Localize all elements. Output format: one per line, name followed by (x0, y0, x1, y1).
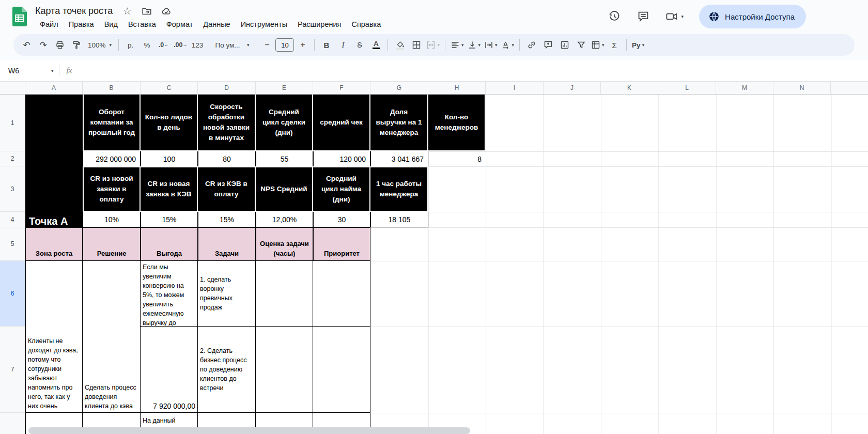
increase-font-size-button[interactable]: + (295, 37, 311, 53)
col-header-F[interactable]: F (313, 82, 370, 94)
cell-E2[interactable]: 55 (256, 151, 313, 166)
cell-H1[interactable]: Кол-во менеджеров (428, 95, 486, 151)
name-box[interactable]: W6 (0, 67, 50, 75)
cell-E3[interactable]: NPS Средний (256, 166, 313, 212)
col-header-J[interactable]: J (544, 82, 601, 94)
cell-B3[interactable]: CR из новой заявки в оплату (83, 166, 141, 212)
cell-A6-A7[interactable]: Клиенты не доходят до кэва, потому что с… (25, 261, 83, 413)
cell-C3[interactable]: CR из новая заявка в КЭВ (141, 166, 198, 212)
comments-icon[interactable] (637, 10, 650, 23)
number-format-button[interactable]: 123 (189, 37, 205, 53)
cell-D5[interactable]: Задачи (198, 227, 256, 261)
borders-button[interactable] (408, 37, 424, 53)
formula-input[interactable] (72, 60, 868, 81)
cell-A1-A4-tochka-a[interactable]: Точка А (25, 95, 83, 227)
row-header-1[interactable]: 1 (0, 95, 25, 151)
row-header-4[interactable]: 4 (0, 212, 25, 227)
print-button[interactable] (52, 37, 68, 53)
cell-D2[interactable]: 80 (198, 151, 256, 166)
cell-B6-B7[interactable]: Сделать процесс доведения клиента до кэв… (83, 261, 141, 413)
col-header-D[interactable]: D (198, 82, 256, 94)
fill-color-button[interactable] (392, 37, 408, 53)
cell-F1[interactable]: средний чек (313, 95, 370, 151)
zoom-control[interactable]: 100% ▾ (85, 41, 115, 49)
cell-D6[interactable]: 1. сделать воронку превичных продаж (198, 261, 256, 327)
input-tools-button[interactable]: Ру ▾ (630, 37, 646, 53)
cell-B1[interactable]: Оборот компании за прошлый год (83, 95, 141, 151)
menu-insert[interactable]: Вставка (123, 19, 161, 29)
decrease-decimals-button[interactable]: .0← (156, 37, 172, 53)
cell-B4[interactable]: 10% (83, 212, 141, 227)
merge-cells-button[interactable]: ▾ (425, 37, 441, 53)
cell-F5[interactable]: Приоритет (313, 227, 370, 261)
text-wrap-button[interactable]: ▾ (483, 37, 499, 53)
document-title[interactable]: Карта точек роста (35, 6, 113, 17)
cell-B5[interactable]: Решение (83, 227, 141, 261)
menu-extensions[interactable]: Расширения (293, 19, 346, 29)
menu-edit[interactable]: Правка (64, 19, 99, 29)
history-icon[interactable] (608, 10, 621, 23)
cell-C6[interactable]: Если мы увеличим конверсию на 5%, то мож… (141, 261, 198, 327)
text-color-button[interactable]: A (368, 37, 384, 53)
cell-C1[interactable]: Кол-во лидов в день (141, 95, 198, 151)
table-views-button[interactable]: ▾ (590, 37, 606, 53)
horizontal-scrollbar-thumb[interactable] (28, 427, 470, 434)
cell-G3[interactable]: 1 час работы менеджера (370, 166, 428, 212)
cell-G2[interactable]: 3 041 667 (370, 151, 428, 166)
cell-C7[interactable]: 7 920 000,00 (141, 327, 198, 413)
row-header-5[interactable]: 5 (0, 227, 25, 261)
percent-format-button[interactable]: % (139, 37, 155, 53)
row-header-7[interactable]: 7 (0, 327, 25, 413)
strikethrough-button[interactable]: S (351, 37, 367, 53)
cloud-saved-icon[interactable] (161, 6, 172, 17)
cell-E4[interactable]: 12,00% (256, 212, 313, 227)
menu-format[interactable]: Формат (162, 19, 198, 29)
col-header-partial[interactable] (831, 82, 868, 94)
cell-F4[interactable]: 30 (313, 212, 370, 227)
cell-F2[interactable]: 120 000 (313, 151, 370, 166)
col-header-B[interactable]: B (83, 82, 141, 94)
cell-B2[interactable]: 292 000 000 (83, 151, 141, 166)
menu-file[interactable]: Файл (35, 19, 63, 29)
col-header-M[interactable]: M (716, 82, 773, 94)
video-call-caret-icon[interactable]: ▾ (681, 14, 684, 19)
insert-chart-button[interactable] (556, 37, 572, 53)
row-header-6-selected[interactable]: 6 (0, 261, 25, 327)
star-icon[interactable]: ☆ (122, 6, 132, 17)
cell-E1[interactable]: Средний цикл сделки (дни) (256, 95, 313, 151)
share-button[interactable]: Настройки Доступа (699, 5, 806, 28)
italic-button[interactable]: I (335, 37, 351, 53)
video-call-button[interactable]: ▾ (665, 10, 684, 23)
cell-C2[interactable]: 100 (141, 151, 198, 166)
row-header-3[interactable]: 3 (0, 166, 25, 212)
vertical-align-button[interactable]: ▾ (466, 37, 483, 53)
menu-help[interactable]: Справка (347, 19, 385, 29)
col-header-A[interactable]: A (25, 82, 83, 94)
select-all-corner[interactable] (0, 82, 25, 95)
col-header-K[interactable]: K (601, 82, 658, 94)
cell-F6[interactable] (313, 261, 370, 327)
font-family-select[interactable]: По ум... ▾ (213, 41, 251, 49)
functions-button[interactable]: Σ (607, 37, 623, 53)
row-header-2[interactable]: 2 (0, 151, 25, 166)
cell-E7[interactable] (256, 327, 313, 413)
cell-A5[interactable]: Зона роста (25, 227, 83, 261)
undo-button[interactable]: ↶ (19, 37, 35, 53)
col-header-H[interactable]: H (428, 82, 486, 94)
cell-D4[interactable]: 15% (198, 212, 256, 227)
menu-data[interactable]: Данные (198, 19, 235, 29)
col-header-G[interactable]: G (370, 82, 428, 94)
increase-decimals-button[interactable]: .00→ (172, 37, 189, 53)
cell-D3[interactable]: CR из КЭВ в оплату (198, 166, 256, 212)
bold-button[interactable]: B (318, 37, 334, 53)
cell-F7[interactable] (313, 327, 370, 413)
cell-G4[interactable]: 18 105 (370, 212, 428, 227)
name-box-caret-icon[interactable]: ▾ (51, 68, 54, 73)
cell-C5[interactable]: Выгода (141, 227, 198, 261)
col-header-I[interactable]: I (486, 82, 544, 94)
move-folder-icon[interactable] (142, 6, 152, 17)
sheets-logo-icon[interactable] (11, 6, 28, 27)
insert-link-button[interactable] (523, 37, 539, 53)
menu-tools[interactable]: Инструменты (236, 19, 292, 29)
menu-view[interactable]: Вид (100, 19, 122, 29)
